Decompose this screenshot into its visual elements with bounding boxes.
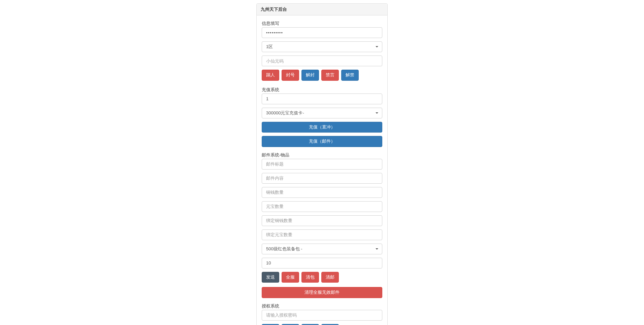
copper-amount-input[interactable] xyxy=(262,187,382,198)
mail-item-select[interactable]: 500级红色装备包 - xyxy=(262,244,382,254)
clear-invalid-mail-button[interactable]: 清理全服无效邮件 xyxy=(262,287,382,298)
info-button-row: 踢人 封号 解封 禁言 解禁 xyxy=(262,70,382,82)
section-auth: 授权系统 无限 物品 取消 修改 xyxy=(262,303,382,325)
clear-bag-button[interactable]: 清包 xyxy=(301,272,319,283)
admin-panel: 九州天下后台 信息填写 1区 踢人 封号 解封 禁言 解禁 充值系统 30 xyxy=(256,3,388,325)
unban-button[interactable]: 解封 xyxy=(301,70,319,81)
recharge-card-value: 300000元宝充值卡- xyxy=(262,108,382,118)
admin-password-input[interactable] xyxy=(262,27,382,38)
mail-title-input[interactable] xyxy=(262,159,382,170)
player-name-input[interactable] xyxy=(262,56,382,66)
recharge-mail-button[interactable]: 充值（邮件） xyxy=(262,136,382,147)
section-info-label: 信息填写 xyxy=(262,21,382,27)
gold-amount-input[interactable] xyxy=(262,201,382,212)
mail-item-value: 500级红色装备包 - xyxy=(262,244,382,254)
clear-mail-button[interactable]: 清邮 xyxy=(321,272,339,283)
all-server-button[interactable]: 全服 xyxy=(282,272,299,283)
mail-content-input[interactable] xyxy=(262,173,382,184)
zone-select-value: 1区 xyxy=(262,41,382,52)
kick-button[interactable]: 踢人 xyxy=(262,70,279,81)
recharge-amount-input[interactable] xyxy=(262,94,382,104)
section-recharge: 充值系统 300000元宝充值卡- 充值（直冲） 充值（邮件） xyxy=(262,87,382,147)
bound-copper-input[interactable] xyxy=(262,215,382,226)
mail-item-qty-input[interactable] xyxy=(262,258,382,268)
panel-body: 信息填写 1区 踢人 封号 解封 禁言 解禁 充值系统 300000元宝充值卡- xyxy=(257,15,387,325)
send-mail-button[interactable]: 发送 xyxy=(262,272,279,283)
recharge-card-select[interactable]: 300000元宝充值卡- xyxy=(262,108,382,118)
zone-select[interactable]: 1区 xyxy=(262,41,382,52)
mail-button-row: 发送 全服 清包 清邮 xyxy=(262,272,382,284)
section-auth-label: 授权系统 xyxy=(262,303,382,309)
section-mail-label: 邮件系统-物品 xyxy=(262,152,382,158)
section-recharge-label: 充值系统 xyxy=(262,87,382,93)
auth-password-input[interactable] xyxy=(262,310,382,321)
section-mail: 邮件系统-物品 500级红色装备包 - 发送 全服 清包 清邮 清理全服无效邮件 xyxy=(262,152,382,298)
bound-gold-input[interactable] xyxy=(262,229,382,240)
recharge-direct-button[interactable]: 充值（直冲） xyxy=(262,122,382,133)
panel-title: 九州天下后台 xyxy=(257,4,387,15)
section-info: 信息填写 1区 踢人 封号 解封 禁言 解禁 xyxy=(262,21,382,82)
ban-button[interactable]: 封号 xyxy=(282,70,299,81)
unmute-button[interactable]: 解禁 xyxy=(341,70,359,81)
mute-button[interactable]: 禁言 xyxy=(321,70,339,81)
